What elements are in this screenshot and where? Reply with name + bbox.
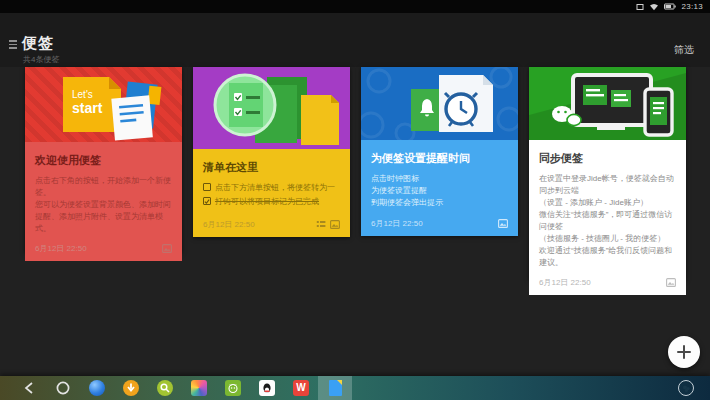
wifi-icon bbox=[649, 3, 659, 11]
wps-icon: W bbox=[293, 380, 309, 396]
card-title: 清单在这里 bbox=[203, 160, 340, 175]
add-note-button[interactable] bbox=[668, 336, 700, 368]
card-footer: 6月12日 22:50 bbox=[371, 210, 508, 229]
card-footer: 6月12日 22:50 bbox=[35, 235, 172, 254]
note-card-welcome[interactable]: Let's start 欢迎使用便签 点击右下角的按钮，开始添加一个新便签。 您… bbox=[25, 67, 182, 253]
dock-green-app[interactable] bbox=[216, 376, 250, 400]
sync-hero-illustration bbox=[529, 67, 686, 140]
back-button[interactable] bbox=[12, 376, 46, 400]
card-date: 6月12日 22:50 bbox=[35, 243, 87, 254]
reminder-hero-illustration bbox=[361, 67, 518, 140]
filter-button[interactable]: 筛选 bbox=[674, 43, 694, 57]
note-card-checklist[interactable]: 清单在这里 点击下方清单按钮，将便签转为一 打钩可以将项目标记为已完成 6月12… bbox=[193, 67, 350, 237]
dock-search[interactable] bbox=[148, 376, 182, 400]
checklist-illustration-icon bbox=[193, 67, 350, 149]
sync-illustration-icon bbox=[529, 67, 686, 140]
qq-icon bbox=[259, 380, 275, 396]
card-text: 点击时钟图标 为便签设置提醒 到期便签会弹出提示 bbox=[371, 173, 508, 209]
taskbar: W bbox=[0, 376, 710, 400]
checkbox-unchecked-icon[interactable] bbox=[203, 183, 211, 191]
note-card-sync[interactable]: 同步便签 在设置中登录Jide帐号，便签就会自动同步到云端 （设置 - 添加账户… bbox=[529, 67, 686, 280]
checklist-item[interactable]: 点击下方清单按钮，将便签转为一 bbox=[203, 182, 340, 193]
mascot-app-icon bbox=[225, 380, 241, 396]
image-attachment-icon bbox=[666, 278, 676, 287]
checklist-item[interactable]: 打钩可以将项目标记为已完成 bbox=[203, 196, 340, 207]
dock-browser[interactable] bbox=[80, 376, 114, 400]
checkbox-checked-icon[interactable] bbox=[203, 197, 211, 205]
card-date: 6月12日 22:50 bbox=[371, 218, 423, 229]
notes-count: 共4条便签 bbox=[23, 54, 59, 65]
card-footer: 6月12日 22:50 bbox=[539, 269, 676, 288]
lets-start-illustration-icon: Let's start bbox=[25, 67, 182, 142]
screen: 23:13 便签 共4条便签 筛选 Let's start bbox=[0, 0, 710, 400]
back-icon bbox=[23, 381, 35, 395]
gallery-icon bbox=[191, 380, 207, 396]
search-icon bbox=[157, 380, 173, 396]
note-card-reminder[interactable]: 为便签设置提醒时间 点击时钟图标 为便签设置提醒 到期便签会弹出提示 6月12日… bbox=[361, 67, 518, 236]
welcome-card-body: 欢迎使用便签 点击右下角的按钮，开始添加一个新便签。 您可以为便签设置背景颜色、… bbox=[25, 142, 182, 261]
dock-wps[interactable]: W bbox=[284, 376, 318, 400]
card-title: 同步便签 bbox=[539, 151, 676, 166]
status-bar: 23:13 bbox=[0, 0, 710, 13]
card-date: 6月12日 22:50 bbox=[203, 219, 255, 230]
page-title: 便签 bbox=[22, 34, 54, 53]
reminder-illustration-icon bbox=[361, 67, 518, 140]
dock-qq[interactable] bbox=[250, 376, 284, 400]
checklist-card-body: 清单在这里 点击下方清单按钮，将便签转为一 打钩可以将项目标记为已完成 6月12… bbox=[193, 149, 350, 237]
dock-downloads[interactable] bbox=[114, 376, 148, 400]
svg-text:Let's: Let's bbox=[72, 89, 93, 100]
image-attachment-icon bbox=[162, 244, 172, 253]
card-text: 在设置中登录Jide帐号，便签就会自动同步到云端 （设置 - 添加账户 - Ji… bbox=[539, 173, 676, 269]
reminder-card-body: 为便签设置提醒时间 点击时钟图标 为便签设置提醒 到期便签会弹出提示 6月12日… bbox=[361, 140, 518, 236]
tray-apps-button[interactable] bbox=[678, 380, 694, 396]
home-button[interactable] bbox=[46, 376, 80, 400]
card-text: 点击右下角的按钮，开始添加一个新便签。 您可以为便签设置背景颜色、添加时间提醒、… bbox=[35, 175, 172, 235]
notes-grid: Let's start 欢迎使用便签 点击右下角的按钮，开始添加一个新便签。 您… bbox=[25, 67, 686, 280]
image-attachment-icon bbox=[330, 220, 340, 229]
card-title: 欢迎使用便签 bbox=[35, 153, 172, 168]
clock-text: 23:13 bbox=[681, 2, 703, 11]
list-attachment-icon bbox=[316, 220, 326, 229]
app-header: 便签 共4条便签 筛选 bbox=[0, 13, 710, 67]
battery-icon bbox=[664, 3, 676, 10]
notes-app-icon bbox=[329, 380, 342, 396]
menu-icon[interactable] bbox=[9, 40, 17, 51]
browser-icon bbox=[89, 380, 105, 396]
home-circle-icon bbox=[55, 380, 71, 396]
image-attachment-icon bbox=[498, 219, 508, 228]
dock-notes-active[interactable] bbox=[318, 376, 352, 400]
checklist-hero-illustration bbox=[193, 67, 350, 149]
dock-gallery[interactable] bbox=[182, 376, 216, 400]
svg-text:start: start bbox=[72, 100, 103, 116]
card-title: 为便签设置提醒时间 bbox=[371, 151, 508, 166]
sync-card-body: 同步便签 在设置中登录Jide帐号，便签就会自动同步到云端 （设置 - 添加账户… bbox=[529, 140, 686, 295]
tray-apps-icon bbox=[682, 384, 691, 393]
download-icon bbox=[123, 380, 139, 396]
screenshot-icon bbox=[636, 3, 644, 11]
welcome-hero-illustration: Let's start bbox=[25, 67, 182, 142]
card-date: 6月12日 22:50 bbox=[539, 277, 591, 288]
card-footer: 6月12日 22:50 bbox=[203, 211, 340, 230]
